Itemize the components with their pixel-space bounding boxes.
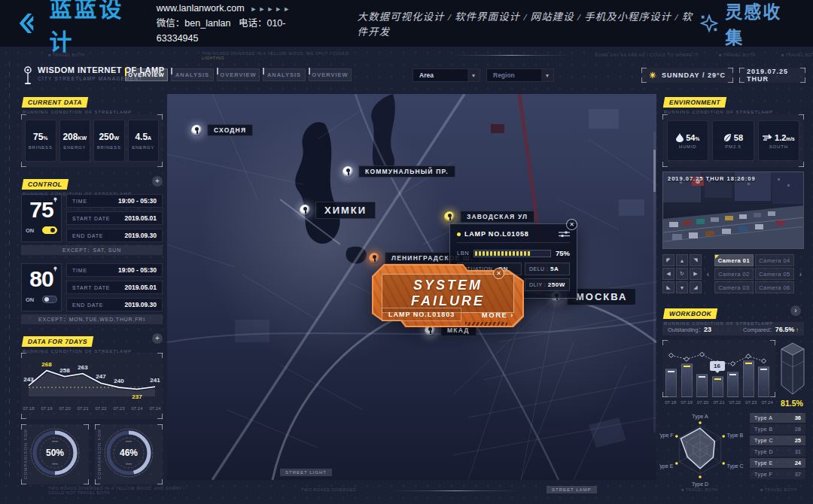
map-pin-kommunalny[interactable]: КОММУНАЛЬНЫЙ ПР. bbox=[343, 165, 455, 178]
schedule-2-toggle[interactable] bbox=[42, 296, 57, 303]
pan-down-right-button[interactable]: ◢ bbox=[690, 281, 702, 293]
camera-feed: 2019.07.25 THUR 18:26:09 bbox=[662, 172, 804, 249]
inspiration-collect-link[interactable]: 灵感收集 bbox=[700, 0, 795, 49]
map-pin-skhodnya[interactable]: СХОДНЯ bbox=[191, 124, 253, 136]
tab-analysis-1[interactable]: ANALYSIS bbox=[171, 68, 214, 81]
area-dropdown[interactable]: Area ▾ bbox=[413, 68, 480, 82]
logo-icon bbox=[17, 11, 41, 35]
svg-text:07.20: 07.20 bbox=[59, 406, 71, 411]
pan-right-button[interactable]: ▶ bbox=[690, 268, 702, 280]
svg-text:Type A: Type A bbox=[692, 414, 708, 420]
deco-text: ■ TRAVEL BOTH bbox=[760, 487, 797, 492]
svg-text:07.23: 07.23 bbox=[113, 406, 125, 411]
camera-list-prev-icon[interactable]: ‹ bbox=[705, 254, 711, 293]
type-f-row[interactable]: Type F37 bbox=[750, 469, 805, 479]
reset-view-button[interactable]: ↻ bbox=[676, 268, 688, 280]
street-light-badge: STREET LIGHT bbox=[280, 469, 332, 476]
type-table: Type A36 Type B28 Type C25 Type D31 Type… bbox=[750, 413, 805, 481]
map-pin-zavodskaya[interactable]: ЗАВОДСКАЯ УЛ bbox=[444, 211, 534, 223]
environment-label: ENVIRONMENT bbox=[663, 97, 727, 108]
lbn-label: LBN bbox=[457, 250, 469, 257]
tab-overview-2[interactable]: OVERVIEW bbox=[217, 68, 260, 81]
deco-text: ■ TRAVEL BOTH bbox=[719, 53, 756, 57]
camera-03-button[interactable]: Camera 03 bbox=[714, 281, 754, 293]
deco-text: THE ROADS DIVERGED IN A YELLOW WOOD, WE … bbox=[202, 51, 349, 60]
date-widget: 2019.07.25 THUR bbox=[739, 68, 805, 83]
pan-down-left-button[interactable]: ◣ bbox=[662, 281, 674, 293]
chevron-down-icon: ▾ bbox=[467, 69, 480, 81]
type-radar-chart: Type AType BType CType DType EType F bbox=[659, 412, 747, 487]
svg-text:46%: 46% bbox=[120, 448, 138, 458]
time-row: TIME19:00 - 05:30 bbox=[66, 263, 163, 277]
environment-panel: 54% HUMID 58 PM2.5 1.2m/s SOUTH bbox=[662, 114, 804, 167]
type-c-row[interactable]: Type C25 bbox=[750, 436, 805, 445]
end-date-row: END DATE2019.09.30 bbox=[66, 298, 163, 311]
pan-up-left-button[interactable]: ◤ bbox=[662, 254, 674, 266]
sliders-icon[interactable] bbox=[559, 230, 570, 238]
metric-card-energy: 208KW ENERGY bbox=[59, 120, 91, 162]
pan-down-button[interactable]: ▼ bbox=[676, 281, 688, 293]
more-button[interactable]: MORE› bbox=[482, 311, 514, 319]
type-a-row[interactable]: Type A36 bbox=[750, 413, 805, 423]
website-link[interactable]: www.lanlanwork.com bbox=[157, 3, 245, 14]
gauge-ring: 46% bbox=[102, 426, 156, 483]
streetlamp-icon bbox=[23, 66, 33, 86]
seven-days-label: DATA FOR 7DAYS bbox=[22, 336, 94, 347]
brightness-level-box: 80 ON bbox=[21, 263, 62, 311]
hatch-decoration bbox=[465, 322, 507, 326]
gauge-ring: 50% bbox=[28, 426, 82, 483]
tab-overview-3[interactable]: OVERVIEW bbox=[309, 68, 352, 81]
svg-text:237: 237 bbox=[132, 393, 142, 400]
seven-days-add-button[interactable]: + bbox=[152, 333, 163, 344]
workbook-bar-chart: 16 bbox=[662, 340, 775, 397]
control-header: CONTROL RUNNING CONDITION OF STREETLAMP bbox=[23, 176, 132, 196]
map-scrollbar[interactable] bbox=[653, 132, 656, 433]
control-add-button[interactable]: + bbox=[152, 176, 163, 187]
region-dropdown[interactable]: Region ▾ bbox=[486, 68, 554, 82]
camera-controls: ◤ ▲ ◥ ◀ ↻ ▶ ◣ ▼ ◢ ‹ Camera 01 Camera 04 … bbox=[662, 254, 804, 293]
gauge-label: COMPARISON FOR bbox=[97, 429, 102, 479]
pan-up-right-button[interactable]: ◥ bbox=[690, 254, 702, 266]
alert-close-icon[interactable]: ✕ bbox=[493, 268, 504, 279]
field-dliy: DLIY : 250W bbox=[525, 278, 570, 291]
state-label: ON bbox=[26, 296, 34, 303]
svg-text:268: 268 bbox=[41, 361, 52, 368]
system-failure-alert: SYSTEM FAILURE LAMP NO.L01803 MORE› ✕ bbox=[372, 264, 524, 327]
current-data-header: CURRENT DATA RUNNING CONDITION OF STREET… bbox=[23, 94, 132, 114]
field-delu: DELU : 5A bbox=[525, 263, 570, 275]
schedule-1-toggle[interactable] bbox=[42, 226, 57, 234]
svg-text:07.24: 07.24 bbox=[131, 406, 143, 411]
workbook-next-button[interactable]: › bbox=[790, 305, 801, 316]
camera-list-next-icon[interactable]: › bbox=[797, 254, 804, 293]
workbook-x-labels: 07.1807.1907.2007.2107.2207.2307.24 bbox=[662, 400, 775, 405]
camera-05-button[interactable]: Camera 05 bbox=[755, 268, 794, 280]
svg-text:50%: 50% bbox=[46, 448, 64, 458]
tab-analysis-2[interactable]: ANALYSIS bbox=[263, 68, 306, 81]
camera-04-button[interactable]: Camera 04 bbox=[755, 254, 794, 266]
chevron-right-icon: › bbox=[510, 311, 514, 319]
camera-02-button[interactable]: Camera 02 bbox=[714, 268, 754, 280]
type-e-row[interactable]: Type E24 bbox=[750, 458, 805, 468]
tab-bar: OVERVIEW ANALYSIS OVERVIEW ANALYSIS OVER… bbox=[125, 68, 352, 81]
camera-06-button[interactable]: Camera 06 bbox=[755, 281, 794, 293]
map-pin-khimki[interactable]: ХИМКИ bbox=[300, 202, 376, 219]
current-data-panel: 75% BRINESS 208KW ENERGY 250W BRINESS 4.… bbox=[21, 114, 163, 167]
tab-overview-1[interactable]: OVERVIEW bbox=[125, 68, 168, 81]
lamp-pin-icon bbox=[300, 205, 311, 216]
svg-text:07.19: 07.19 bbox=[41, 406, 53, 411]
dashboard: ■ TRAVEL BOTH THE ROADS DIVERGED IN A YE… bbox=[0, 47, 813, 504]
pan-up-button[interactable]: ▲ bbox=[676, 254, 688, 266]
pan-left-button[interactable]: ◀ bbox=[662, 268, 674, 280]
type-b-row[interactable]: Type B28 bbox=[750, 424, 805, 434]
type-d-row[interactable]: Type D31 bbox=[750, 447, 805, 457]
time-row: TIME19:00 - 05:30 bbox=[66, 194, 163, 208]
camera-01-button[interactable]: Camera 01 bbox=[714, 254, 754, 266]
cube-gauge bbox=[780, 342, 805, 396]
svg-text:Type D: Type D bbox=[692, 481, 708, 487]
svg-text:240: 240 bbox=[114, 378, 124, 384]
svg-text:263: 263 bbox=[78, 364, 88, 371]
weather-text: SUNNDAY / 29°C bbox=[662, 71, 726, 79]
left-ruler-decoration bbox=[9, 62, 10, 481]
control-label: CONTROL bbox=[22, 179, 69, 190]
popup-close-icon[interactable]: ✕ bbox=[566, 219, 577, 230]
